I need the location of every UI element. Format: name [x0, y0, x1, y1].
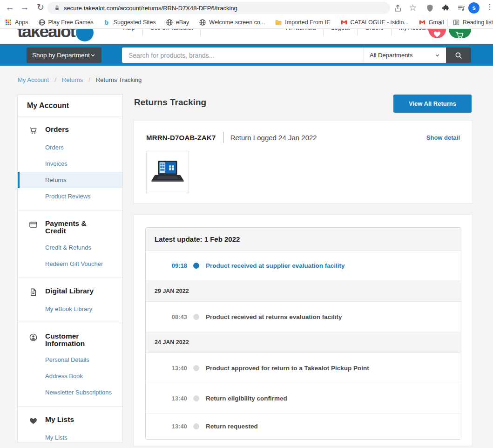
browser-menu-icon[interactable]: ⋮ [486, 2, 493, 11]
sidebar-section-digital-library: Digital Library My eBook Library [18, 278, 122, 323]
bookmarks-overflow-chevron[interactable]: » [439, 19, 447, 27]
shield-extension-icon[interactable] [425, 4, 434, 13]
sidebar-item[interactable]: My eBook Library [18, 301, 122, 317]
site-header: takealot HelpSell on Takealot Hi Ntumela… [0, 29, 493, 44]
header-nav-right: Hi NtumelaLogoutOrdersMy Account [278, 29, 438, 36]
bookmark-item[interactable]: b Suggested Sites [103, 19, 156, 26]
profile-avatar[interactable]: s [468, 2, 479, 14]
header-nav-link[interactable]: Sell on Takealot [143, 29, 201, 36]
globe-icon [38, 19, 46, 26]
product-image[interactable] [146, 151, 189, 193]
cart-button[interactable] [449, 29, 471, 38]
all-departments-select[interactable]: All Departments [364, 48, 446, 63]
wishlist-heart-button[interactable] [428, 29, 446, 38]
bookmark-item[interactable]: Imported From IE [275, 19, 330, 26]
timeline-date-row: 24 JAN 2022 [146, 332, 461, 353]
event-time: 09:18 [146, 262, 187, 269]
browser-toolbar: ← → ↻ secure.takealot.com/account/return… [0, 0, 493, 16]
reload-icon[interactable]: ↻ [34, 1, 47, 14]
sidebar-item[interactable]: Credit & Refunds [18, 239, 122, 256]
breadcrumb-item[interactable]: Returns Tracking [96, 76, 142, 83]
breadcrumb-item[interactable]: My Account [18, 76, 49, 83]
bookmark-item[interactable]: eBay [166, 19, 189, 26]
timeline: Latest update: 1 Feb 2022 09:18 Product … [145, 227, 461, 440]
tracking-card: Latest update: 1 Feb 2022 09:18 Product … [134, 214, 473, 446]
sidebar-item[interactable]: Address Book [18, 368, 122, 384]
heart-icon [433, 29, 441, 35]
address-bar[interactable]: secure.takealot.com/account/returns/RRN-… [47, 2, 390, 14]
search-input[interactable] [122, 48, 364, 63]
status-dot-icon [193, 423, 199, 429]
page-title: Returns Tracking [134, 97, 206, 108]
bookmark-item[interactable]: CATALOGUE - isidin... [340, 19, 409, 26]
url-text: secure.takealot.com/account/returns/RRN-… [64, 5, 237, 12]
site-search-bar: Shop by Department All Departments [0, 44, 493, 66]
sidebar-item[interactable]: Redeem Gift Voucher [18, 256, 122, 272]
show-detail-link[interactable]: Show detail [426, 134, 460, 141]
bing-icon: b [103, 19, 111, 26]
reading-list-button[interactable]: Reading list [452, 19, 493, 26]
chevron-down-icon [90, 52, 96, 58]
sidebar-item[interactable]: Returns [18, 172, 122, 188]
status-dot-icon [193, 263, 199, 269]
globe-icon [166, 19, 173, 26]
header-nav-link[interactable]: Help [115, 29, 143, 36]
chevron-down-icon [434, 52, 440, 58]
grid-icon [5, 19, 12, 26]
heart-icon [29, 416, 38, 425]
header-nav-link[interactable]: Hi Ntumela [278, 29, 324, 36]
bookmark-item[interactable]: Play Free Games [38, 19, 94, 26]
event-text: Return eligibility confirmed [206, 395, 287, 402]
breadcrumb: My Account / Returns / Returns Tracking [18, 76, 142, 83]
sidebar-item[interactable]: Invoices [18, 156, 122, 172]
person-icon [29, 333, 38, 342]
sidebar-section-orders: Orders OrdersInvoicesReturnsProduct Revi… [18, 116, 122, 210]
timeline-event-row: 13:40 Product approved for return to a T… [146, 353, 461, 383]
header-nav-link[interactable]: Orders [358, 29, 392, 36]
laptop-image [150, 158, 185, 186]
timeline-event-row: 09:18 Product received at supplier evalu… [146, 251, 461, 281]
sidebar-section-my-lists: My Lists My ListsCreate a List [18, 407, 122, 448]
timeline-entries: 09:18 Product received at supplier evalu… [146, 251, 461, 439]
status-dot-icon [193, 365, 199, 371]
svg-text:b: b [105, 19, 108, 26]
cart-icon [455, 29, 465, 36]
sidebar-item[interactable]: Newsletter Subscriptions [18, 384, 122, 400]
bookmark-item[interactable]: Apps [5, 19, 28, 26]
header-nav-left: HelpSell on Takealot [115, 29, 201, 36]
view-all-returns-button[interactable]: View All Returns [393, 95, 472, 113]
status-dot-icon [193, 395, 199, 401]
return-summary-card: MRRN-D7OAB-ZAK7 Return Logged 24 Jan 202… [134, 120, 473, 204]
return-id: MRRN-D7OAB-ZAK7 [146, 134, 216, 142]
sidebar-section-customer-info: Customer Information Personal DetailsAdd… [18, 323, 122, 407]
event-text: Return requested [206, 423, 258, 430]
takealot-logo[interactable]: takealot [17, 29, 94, 41]
shop-by-department-button[interactable]: Shop by Department [27, 48, 101, 63]
search-button[interactable] [446, 48, 471, 63]
latest-update-header: Latest update: 1 Feb 2022 [146, 228, 461, 251]
sidebar-title: My Account [18, 95, 122, 116]
status-dot-icon [193, 314, 199, 320]
bookmark-item[interactable]: Welcome screen co... [199, 19, 265, 26]
timeline-event-row: 13:40 Return requested [146, 414, 461, 439]
extensions-puzzle-icon[interactable] [441, 4, 450, 13]
sidebar-item[interactable]: Orders [18, 139, 122, 156]
event-time: 13:40 [146, 423, 187, 430]
event-time: 13:40 [146, 365, 187, 372]
header-nav-link[interactable]: Logout [324, 29, 358, 36]
sidebar-item[interactable]: My Lists [18, 429, 122, 446]
document-icon [29, 288, 38, 297]
lock-icon [54, 5, 60, 11]
bookmark-star-icon[interactable]: ☆ [409, 2, 417, 13]
playlist-extension-icon[interactable] [457, 4, 466, 13]
share-icon[interactable] [393, 4, 402, 13]
sidebar-item[interactable]: Product Reviews [18, 188, 122, 204]
event-time: 13:40 [146, 395, 187, 402]
breadcrumb-item[interactable]: Returns [62, 76, 83, 83]
sidebar-item[interactable]: Personal Details [18, 352, 122, 368]
sidebar-item[interactable]: Create a List [18, 446, 122, 448]
back-icon[interactable]: ← [4, 1, 16, 14]
globe-icon [199, 19, 206, 26]
search-icon [454, 51, 463, 60]
forward-icon[interactable]: → [19, 1, 31, 14]
